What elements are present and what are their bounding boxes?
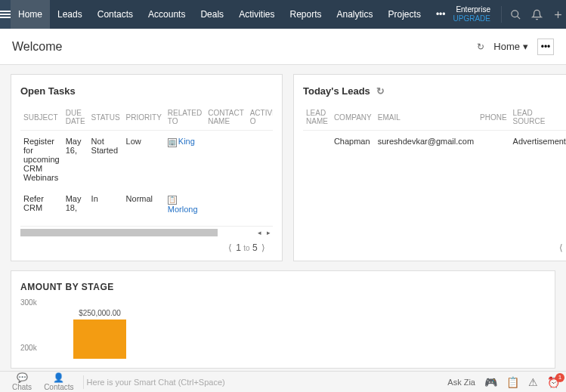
hamburger-menu[interactable] (0, 0, 11, 29)
svg-point-0 (512, 10, 518, 17)
upgrade-link[interactable]: UPGRADE (453, 14, 490, 23)
task-related: 🏢King (165, 131, 205, 189)
open-tasks-pager: ⟨ 1 to 5 ⟩ (20, 238, 273, 253)
open-tasks-card: Open Tasks SUBJECT DUE DATE STATUS PRIOR… (11, 74, 283, 261)
view-dropdown[interactable]: Home ▾ (493, 41, 528, 52)
pager-from: 1 (236, 242, 241, 253)
account-icon: 📋 (168, 196, 177, 205)
scroll-right-arrow[interactable]: ▸ (264, 229, 273, 236)
amount-by-stage-card: AMOUNT BY STAGE 300k 200k $250,000.00 (11, 270, 555, 369)
view-dropdown-label: Home (493, 41, 520, 52)
col-status[interactable]: STATUS (88, 104, 123, 131)
todays-leads-card: Today's Leads ↻ ⋮ LEAD NAME COMPANY EMAI… (293, 74, 566, 261)
y-tick: 200k (20, 344, 37, 352)
nav-analytics[interactable]: Analytics (329, 0, 381, 29)
lead-email-link[interactable]: sureshdevkar@gmail.com (375, 131, 477, 153)
badge: 1 (555, 373, 564, 382)
plus-icon[interactable] (552, 8, 565, 21)
top-nav: Home Leads Contacts Accounts Deals Activ… (0, 0, 566, 29)
game-icon[interactable]: 🎮 (484, 376, 497, 388)
prev-page[interactable]: ⟨ (558, 242, 564, 253)
horizontal-scrollbar[interactable]: ▸ ◂ (20, 226, 273, 238)
col-contact[interactable]: CONTACT NAME (205, 104, 246, 131)
search-icon[interactable] (509, 8, 523, 21)
prev-page[interactable]: ⟨ (227, 242, 234, 253)
col-subject[interactable]: SUBJECT (20, 104, 63, 131)
task-priority: Low (123, 131, 165, 189)
leads-table-wrap[interactable]: LEAD NAME COMPANY EMAIL PHONE LEAD SOURC… (303, 104, 566, 238)
nav-more[interactable]: ••• (428, 0, 453, 29)
nav-accounts[interactable]: Accounts (141, 0, 193, 29)
bell-icon[interactable] (530, 8, 544, 21)
leads-refresh-icon[interactable]: ↻ (376, 85, 385, 97)
enterprise-label: Enterprise (453, 5, 490, 14)
refresh-icon[interactable]: ↻ (477, 42, 484, 52)
clipboard-icon[interactable]: 📋 (506, 376, 519, 388)
chats-tab[interactable]: 💬 Chats (12, 372, 32, 391)
task-related: 📋Morlong (165, 188, 205, 220)
amount-title: AMOUNT BY STAGE (20, 282, 546, 292)
nav-deals[interactable]: Deals (193, 0, 231, 29)
svg-line-1 (518, 16, 521, 19)
related-link[interactable]: Morlong (168, 205, 198, 214)
open-tasks-title: Open Tasks (20, 85, 273, 97)
chats-label: Chats (12, 383, 32, 391)
col-priority[interactable]: PRIORITY (123, 104, 165, 131)
task-priority: Normal (123, 188, 165, 220)
scroll-left-arrow[interactable]: ◂ (255, 229, 264, 236)
content: Open Tasks SUBJECT DUE DATE STATUS PRIOR… (0, 65, 566, 270)
col-related[interactable]: RELATED TO (165, 104, 205, 131)
page-title: Welcome (12, 40, 62, 54)
bar[interactable] (73, 319, 126, 359)
lead-company: Chapman (331, 131, 375, 153)
scrollbar-thumb[interactable] (20, 229, 218, 236)
chat-icon: 💬 (17, 372, 28, 383)
pager-to-word: to (243, 244, 249, 252)
col-company[interactable]: COMPANY (331, 104, 375, 131)
table-row[interactable]: Chapman sureshdevkar@gmail.com Advertise… (303, 131, 566, 153)
y-tick: 300k (20, 298, 37, 307)
bar-label: $250,000.00 (66, 309, 134, 317)
table-row[interactable]: Register for upcoming CRM Webinars May 1… (20, 131, 273, 189)
smart-chat-hint[interactable]: Here is your Smart Chat (Ctrl+Space) (87, 378, 225, 387)
enterprise-block: Enterprise UPGRADE (453, 5, 490, 23)
nav-reports[interactable]: Reports (282, 0, 329, 29)
col-email[interactable]: EMAIL (375, 104, 477, 131)
col-due[interactable]: DUE DATE (63, 104, 88, 131)
ask-zia-label[interactable]: Ask Zia (447, 378, 475, 387)
chart-area: 300k 200k $250,000.00 (43, 298, 546, 359)
task-subject-link[interactable]: Refer CRM (20, 188, 63, 220)
bottom-bar: 💬 Chats 👤 Contacts Here is your Smart Ch… (0, 371, 566, 392)
col-activity[interactable]: ACTIVITY O (247, 104, 273, 131)
task-status: Not Started (88, 131, 123, 189)
subheader: Welcome ↻ Home ▾ ••• (0, 29, 566, 65)
open-tasks-table: SUBJECT DUE DATE STATUS PRIORITY RELATED… (20, 104, 273, 220)
contacts-tab[interactable]: 👤 Contacts (44, 372, 73, 391)
account-icon: 🏢 (168, 138, 177, 147)
open-tasks-table-wrap[interactable]: SUBJECT DUE DATE STATUS PRIORITY RELATED… (20, 104, 273, 226)
nav-projects[interactable]: Projects (381, 0, 428, 29)
nav-items: Home Leads Contacts Accounts Deals Activ… (11, 0, 453, 29)
contacts-label: Contacts (44, 383, 73, 391)
next-page[interactable]: ⟩ (260, 242, 267, 253)
todays-leads-title: Today's Leads ↻ ⋮ (303, 85, 566, 97)
subheader-right: ↻ Home ▾ ••• (477, 39, 554, 55)
nav-contacts[interactable]: Contacts (90, 0, 141, 29)
col-leadname[interactable]: LEAD NAME (303, 104, 331, 131)
chevron-down-icon: ▾ (523, 41, 528, 52)
related-link[interactable]: King (178, 137, 195, 146)
task-status: In (88, 188, 123, 220)
alarm-icon[interactable]: ⏰1 (547, 376, 560, 388)
task-due: May 18, (63, 188, 88, 220)
table-row[interactable]: Refer CRM May 18, In Normal 📋Morlong (20, 188, 273, 220)
col-phone[interactable]: PHONE (477, 104, 510, 131)
task-subject-link[interactable]: Register for upcoming CRM Webinars (20, 131, 63, 189)
bottom-right: Ask Zia 🎮 📋 ⚠ ⏰1 (447, 376, 560, 388)
leads-table: LEAD NAME COMPANY EMAIL PHONE LEAD SOURC… (303, 104, 566, 152)
more-menu[interactable]: ••• (537, 39, 554, 55)
nav-home[interactable]: Home (11, 0, 50, 29)
col-source[interactable]: LEAD SOURCE (510, 104, 566, 131)
nav-activities[interactable]: Activities (231, 0, 282, 29)
nav-leads[interactable]: Leads (50, 0, 90, 29)
alert-icon[interactable]: ⚠ (528, 376, 538, 388)
